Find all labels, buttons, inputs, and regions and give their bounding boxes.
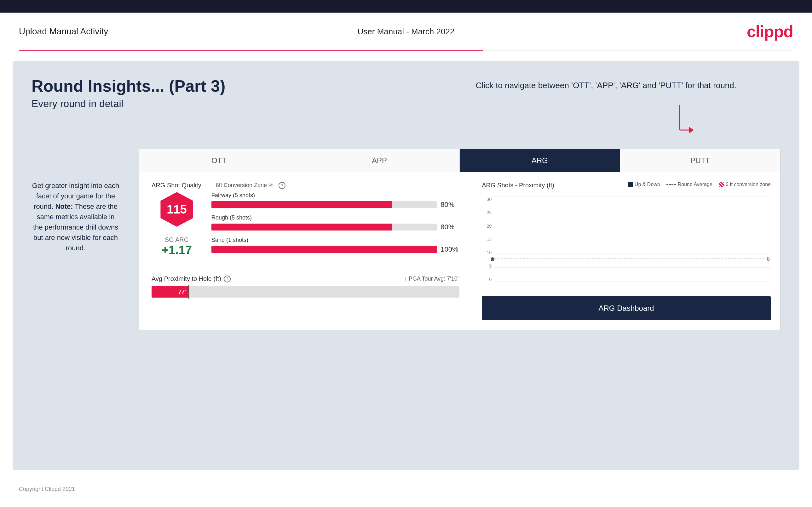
legend-6ft: 6 ft conversion zone <box>719 182 771 187</box>
document-title: User Manual - March 2022 <box>358 27 455 37</box>
footer: Copyright Clippd 2021 <box>0 480 812 499</box>
rough-bar-bg <box>211 224 437 230</box>
sand-row: Sand (1 shots) 100% <box>211 237 459 253</box>
sand-pct: 100% <box>441 245 459 253</box>
right-panel-header-row: ARG Shots - Proximity (ft) Up & Down Rou… <box>482 182 771 194</box>
legend-square-icon <box>628 182 633 187</box>
y-label-10: 10 <box>482 250 493 255</box>
tab-ott[interactable]: OTT <box>139 149 299 172</box>
pga-label: ↑ PGA Tour Avg: 7'10" <box>404 276 459 282</box>
legend-hatched-icon <box>719 182 724 187</box>
hex-score: 115 <box>158 192 196 227</box>
legend-round-avg: Round Average <box>666 182 712 187</box>
upload-label: Upload Manual Activity <box>19 26 108 37</box>
rough-row: Rough (5 shots) 80% <box>211 215 459 231</box>
left-description: Get greater insight into each facet of y… <box>32 180 120 253</box>
shot-quality-header: ARG Shot Quality 6ft Conversion Zone % ? <box>152 182 459 189</box>
help-icon[interactable]: ? <box>278 182 286 189</box>
top-bar <box>0 0 812 13</box>
copyright: Copyright Clippd 2021 <box>19 486 75 492</box>
ref-dot-left <box>491 257 494 261</box>
legend-round-avg-label: Round Average <box>678 182 712 187</box>
shot-bars-section: Fairway (5 shots) 80% Rough (5 shots) <box>211 192 459 259</box>
hex-sg-section: 115 SG ARG +1.17 <box>152 192 202 259</box>
right-panel-title: ARG Shots - Proximity (ft) <box>482 182 554 189</box>
header: Upload Manual Activity User Manual - Mar… <box>0 13 812 50</box>
sg-label: SG ARG <box>162 236 192 243</box>
right-panel: ARG Shots - Proximity (ft) Up & Down Rou… <box>472 172 780 330</box>
rough-pct: 80% <box>441 223 459 231</box>
tab-putt[interactable]: PUTT <box>620 149 780 172</box>
rough-label: Rough (5 shots) <box>211 215 459 221</box>
proximity-section: Avg Proximity to Hole (ft) ? ↑ PGA Tour … <box>152 269 459 297</box>
proximity-label: Avg Proximity to Hole (ft) <box>152 275 221 282</box>
conversion-label: 6ft Conversion Zone % <box>216 182 273 189</box>
sand-label: Sand (1 shots) <box>211 237 459 243</box>
fairway-row: Fairway (5 shots) 80% <box>211 192 459 209</box>
nav-hint: Click to navigate between 'OTT', 'APP', … <box>476 80 737 91</box>
chart-inner: 8 <box>494 197 771 282</box>
nav-arrow <box>670 105 696 144</box>
sand-bar-fill <box>211 246 437 253</box>
clippd-logo: clippd <box>747 22 793 41</box>
fairway-bar-bg <box>211 201 437 208</box>
panel-body: ARG Shot Quality 6ft Conversion Zone % ?… <box>139 172 780 330</box>
tab-app[interactable]: APP <box>299 149 460 172</box>
left-panel: ARG Shot Quality 6ft Conversion Zone % ?… <box>139 172 472 330</box>
sand-bar-bg <box>211 246 437 253</box>
legend-updown: Up & Down <box>628 182 660 187</box>
proximity-bar-fill: 77' <box>152 286 189 297</box>
y-label-15: 15 <box>482 237 493 242</box>
legend-dashed-icon <box>666 184 676 185</box>
proximity-bar-bg: 77' <box>152 286 459 297</box>
y-label-20: 20 <box>482 224 493 229</box>
y-label-30: 30 <box>482 197 493 202</box>
sg-value: +1.17 <box>162 243 192 257</box>
bars-container <box>494 197 771 282</box>
shot-quality-content: 115 SG ARG +1.17 Fairway (5 shots) <box>152 192 459 259</box>
fairway-bar-fill <box>211 201 392 208</box>
proximity-header: Avg Proximity to Hole (ft) ? ↑ PGA Tour … <box>152 275 459 282</box>
fairway-label: Fairway (5 shots) <box>211 192 459 199</box>
chart-legend: Up & Down Round Average 6 ft conversion … <box>628 182 771 187</box>
sg-section: SG ARG +1.17 <box>162 236 192 257</box>
header-divider <box>19 50 793 51</box>
y-label-0: 0 <box>482 277 493 282</box>
arg-dashboard-button[interactable]: ARG Dashboard <box>482 296 771 320</box>
tabs: OTT APP ARG PUTT <box>139 149 780 172</box>
y-label-25: 25 <box>482 210 493 215</box>
rough-bar-fill <box>211 224 392 230</box>
arg-chart: 30 25 20 15 10 5 0 <box>482 197 771 291</box>
fairway-pct: 80% <box>441 201 459 209</box>
tab-arg[interactable]: ARG <box>460 149 620 172</box>
y-axis: 30 25 20 15 10 5 0 <box>482 197 493 282</box>
main-content: Round Insights... (Part 3) Every round i… <box>13 61 799 470</box>
shot-quality-label: ARG Shot Quality <box>152 182 201 189</box>
legend-updown-label: Up & Down <box>635 182 660 187</box>
legend-6ft-label: 6 ft conversion zone <box>726 182 771 187</box>
note-bold: Note: <box>55 203 73 210</box>
dashboard-panel: OTT APP ARG PUTT ARG Shot Quality 6ft Co… <box>139 149 780 330</box>
page-subtitle: Every round in detail <box>32 98 780 110</box>
proximity-cursor <box>189 285 189 299</box>
svg-marker-2 <box>689 127 694 133</box>
y-label-5: 5 <box>482 264 493 269</box>
proximity-help-icon[interactable]: ? <box>224 276 231 282</box>
